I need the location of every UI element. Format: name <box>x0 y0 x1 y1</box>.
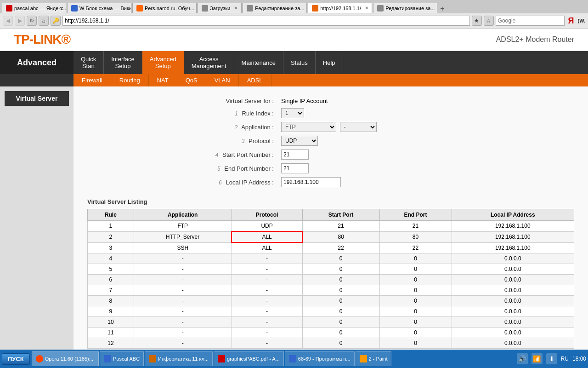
cell-end-port: 0 <box>379 338 452 349</box>
table-row[interactable]: 12--000.0.0.0 <box>88 338 574 349</box>
taskbar-item-pdf[interactable]: graphicsPABC.pdf - A... <box>214 351 284 366</box>
end-port-input[interactable] <box>281 163 309 173</box>
virtual-server-form: Virtual Server for : Single IP Account 1… <box>87 96 574 189</box>
nav-maintenance[interactable]: Maintenance <box>234 51 283 74</box>
key-icon[interactable]: 🔑 <box>51 16 61 26</box>
cell-protocol: - <box>232 253 302 264</box>
tab-4-label: Загрузки <box>210 6 230 11</box>
table-row[interactable]: 9--000.0.0.0 <box>88 306 574 317</box>
taskbar-item-pascal[interactable]: Pascal ABC <box>100 351 144 366</box>
rule-index-select[interactable]: 123 <box>281 108 304 118</box>
taskbar-item-inf[interactable]: Информатика 11 кл... <box>145 351 213 366</box>
start-button[interactable]: ПУСК <box>2 353 30 365</box>
cell-application: - <box>134 338 232 349</box>
forward-button[interactable]: ▶ <box>15 16 25 26</box>
local-ip-field <box>277 175 574 189</box>
nav-status[interactable]: Status <box>283 51 316 74</box>
navigation-bar: ◀ ▶ ↻ ⌂ 🔑 ★ ☆ Я (W. <box>0 13 588 29</box>
prog-icon <box>289 355 296 362</box>
bookmark-star-icon[interactable]: ★ <box>472 16 482 26</box>
tab-5[interactable]: Редактирование за... ✕ <box>243 3 307 13</box>
table-row[interactable]: 10--000.0.0.0 <box>88 317 574 328</box>
start-port-input[interactable] <box>281 150 309 160</box>
tab-1[interactable]: pascal abc — Яндекс... ✕ <box>2 3 66 13</box>
protocol-select[interactable]: UDPTCPALL <box>281 136 318 146</box>
cell-application: - <box>134 328 232 338</box>
cell-start-port: 21 <box>302 221 379 232</box>
pdf-icon <box>218 355 225 362</box>
home-button[interactable]: ⌂ <box>39 16 49 26</box>
cell-rule: 5 <box>88 264 134 275</box>
opera-icon <box>36 355 43 362</box>
tab-4[interactable]: Загрузки ✕ <box>198 3 242 13</box>
subnav-adsl[interactable]: ADSL <box>239 74 271 86</box>
tab-2[interactable]: W Блок-схема — Викип... ✕ <box>67 3 131 13</box>
subnav-routing[interactable]: Routing <box>111 74 149 86</box>
nav-access-management[interactable]: AccessManagement <box>184 51 234 74</box>
table-row[interactable]: 5--000.0.0.0 <box>88 264 574 275</box>
local-ip-input[interactable] <box>281 177 341 187</box>
application-select2[interactable]: - <box>340 122 377 132</box>
application-select[interactable]: FTPHTTPSSH <box>281 122 336 132</box>
cell-rule: 3 <box>88 242 134 253</box>
cell-end-port: 0 <box>379 253 452 264</box>
protocol-label: 3 Protocol : <box>87 134 277 148</box>
cell-end-port: 0 <box>379 275 452 285</box>
table-row[interactable]: 7--000.0.0.0 <box>88 285 574 296</box>
tab-7-icon <box>377 5 384 12</box>
taskbar-item-paint[interactable]: 2 - Paint <box>356 351 392 366</box>
tab-bar: pascal abc — Яндекс... ✕ W Блок-схема — … <box>0 0 588 13</box>
reload-button[interactable]: ↻ <box>27 16 37 26</box>
tab-6-close[interactable]: ✕ <box>365 6 368 11</box>
nav-help[interactable]: Help <box>316 51 343 74</box>
table-row[interactable]: 8--000.0.0.0 <box>88 296 574 306</box>
subnav-vlan[interactable]: VLAN <box>206 74 239 86</box>
vs-for-label: Virtual Server for : <box>87 96 277 106</box>
table-row[interactable]: 6--000.0.0.0 <box>88 275 574 285</box>
cell-rule: 1 <box>88 221 134 232</box>
main-nav-items: QuickStart InterfaceSetup AdvancedSetup … <box>74 51 588 74</box>
table-row[interactable]: 4--000.0.0.0 <box>88 253 574 264</box>
cell-protocol: - <box>232 328 302 338</box>
cell-rule: 10 <box>88 317 134 328</box>
nav-interface-setup[interactable]: InterfaceSetup <box>104 51 142 74</box>
nav-advanced-setup[interactable]: AdvancedSetup <box>142 51 184 74</box>
table-row[interactable]: 2HTTP_ServerALL8080192.168.1.100 <box>88 231 574 242</box>
search-input[interactable] <box>496 16 565 26</box>
bookmark-icon[interactable]: ☆ <box>484 16 494 26</box>
taskbar-sys-icon2[interactable]: 📶 <box>531 353 543 364</box>
cell-end-port: 0 <box>379 285 452 296</box>
tab-4-close[interactable]: ✕ <box>234 6 237 11</box>
subnav-nat[interactable]: NAT <box>149 74 177 86</box>
cell-start-port: 80 <box>302 231 379 242</box>
tab-3-icon <box>136 5 143 12</box>
cell-end-port: 0 <box>379 317 452 328</box>
taskbar-sys-icon3[interactable]: ⬇ <box>546 353 557 364</box>
taskbar-item-opera[interactable]: Opera 11.60 (1185):... <box>32 351 99 366</box>
back-button[interactable]: ◀ <box>3 16 13 26</box>
table-row[interactable]: 11--000.0.0.0 <box>88 328 574 338</box>
tab-6-icon <box>312 5 318 12</box>
tab-7[interactable]: Редактирование за... ✕ <box>373 3 437 13</box>
end-port-field <box>277 161 574 175</box>
address-bar[interactable] <box>62 16 470 26</box>
cell-rule: 6 <box>88 275 134 285</box>
cell-local-ip: 0.0.0.0 <box>452 317 574 328</box>
new-tab-button[interactable]: + <box>438 5 446 13</box>
table-row[interactable]: 3SSHALL2222192.168.1.100 <box>88 242 574 253</box>
cell-rule: 12 <box>88 338 134 349</box>
table-row[interactable]: 1FTPUDP2121192.168.1.100 <box>88 221 574 232</box>
taskbar-item-prog[interactable]: 68-69 - Программа п... <box>285 351 355 366</box>
subnav-qos[interactable]: QoS <box>177 74 206 86</box>
subnav-firewall[interactable]: Firewall <box>74 74 111 86</box>
tab-3[interactable]: Pers.narod.ru. Обуч... ✕ <box>132 3 197 13</box>
rule-index-field: 123 <box>277 106 574 120</box>
cell-end-port: 0 <box>379 328 452 338</box>
cell-end-port: 21 <box>379 221 452 232</box>
cell-start-port: 0 <box>302 275 379 285</box>
tab-6[interactable]: http://192.168.1.1/ ✕ <box>308 3 372 13</box>
cell-start-port: 0 <box>302 328 379 338</box>
nav-quick-start[interactable]: QuickStart <box>74 51 104 74</box>
taskbar-sys-icon1[interactable]: 🔊 <box>517 353 528 364</box>
router-header: TP-LINK® ADSL2+ Modem Router <box>0 29 588 51</box>
